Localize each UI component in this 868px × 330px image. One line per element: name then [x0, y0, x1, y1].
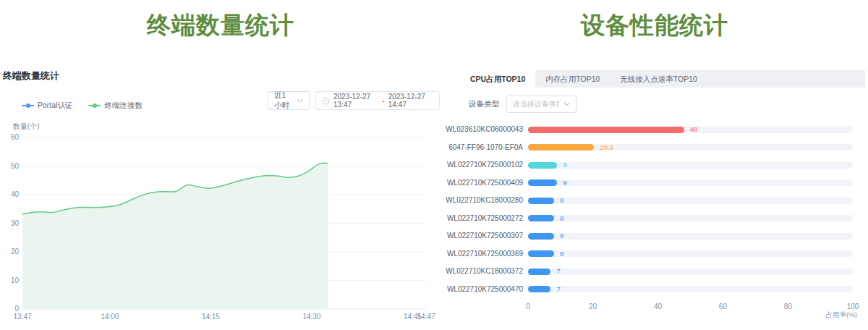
bar-value-label: 9: [563, 174, 566, 192]
bar-value-label: 7: [556, 263, 560, 280]
bar-row: WL022710K7250003698: [441, 245, 868, 263]
tab-memory-top10[interactable]: 内存占用TOP10: [535, 70, 610, 88]
bar: [528, 268, 550, 275]
tab-cpu-top10[interactable]: CPU占用TOP10: [460, 70, 535, 88]
bar-category-label: WL022710K725000307: [441, 227, 523, 245]
time-range-value: 近1小时: [274, 90, 292, 111]
date-range-end: 2023-12-27 14:47: [388, 93, 433, 109]
bar-category-label: WL022710K725000470: [441, 281, 523, 298]
bar-row: WL022710K7250004099: [441, 174, 868, 192]
bar-row: 6047-FF96-1070-EF0A20.3: [441, 139, 868, 156]
y-tick-label: 40: [11, 190, 20, 198]
bar: [528, 127, 684, 133]
date-range-picker[interactable]: 2023-12-27 13:47 - 2023-12-27 14:47: [315, 91, 440, 110]
bar-category-label: WL022710K725000102: [441, 156, 523, 174]
x-tick-label: 60: [719, 302, 727, 310]
terminal-count-area-chart: 0102030405060数量(个)13:4714:0014:1514:3014…: [0, 119, 441, 330]
bar-track: [528, 233, 853, 240]
bar-category-label: 6047-FF96-1070-EF0A: [441, 139, 523, 156]
y-tick-label: 30: [11, 219, 20, 227]
bar: [528, 162, 557, 169]
y-tick-label: 0: [14, 305, 19, 313]
x-tick-label: 14:47: [417, 313, 435, 321]
bar: [528, 215, 554, 221]
y-tick-label: 20: [11, 248, 20, 255]
bar: [528, 144, 594, 151]
bar-track: [528, 162, 853, 169]
y-axis-name: 数量(个): [12, 122, 40, 130]
device-type-label: 设备类型: [469, 99, 499, 109]
time-controls: 近1小时 2023-12-27 13:47 - 2023-12-27 14:47: [268, 91, 440, 110]
y-tick-label: 60: [11, 133, 20, 141]
bar-value-label: 8: [560, 210, 563, 227]
bar-row: WL023610KC0600004348: [441, 121, 868, 138]
chevron-down-icon: [297, 98, 303, 103]
chevron-down-icon: [563, 102, 570, 106]
bar-value-label: 7: [556, 281, 560, 298]
legend-marker: [88, 105, 101, 106]
bar-row: WL022710K7250002728: [441, 210, 868, 227]
device-type-select[interactable]: 请选择设备类型: [506, 96, 576, 113]
y-tick-label: 10: [11, 276, 20, 284]
tab-wireless-ap-rate-top10[interactable]: 无线接入点速率TOP10: [610, 70, 707, 88]
bar-track: [528, 179, 853, 186]
x-tick-label: 80: [784, 302, 792, 310]
bar-row: WL022710K7250001029: [441, 156, 868, 174]
bar-value-label: 9: [563, 156, 566, 174]
series-area: [22, 163, 328, 309]
bar: [528, 286, 550, 292]
bar-value-label: 8: [560, 227, 563, 245]
time-range-select[interactable]: 近1小时: [268, 91, 310, 110]
x-tick-label: 14:00: [101, 313, 119, 321]
bar-value-label: 20.3: [600, 139, 613, 156]
date-range-separator: -: [382, 97, 384, 105]
bar-category-label: WL023610KC06000043: [441, 121, 523, 138]
device-type-placeholder: 请选择设备类型: [513, 99, 559, 109]
bar: [528, 250, 554, 257]
bar-track: [528, 250, 853, 257]
bar: [528, 179, 557, 186]
bar-track: [528, 215, 853, 221]
x-tick-label: 14:30: [302, 313, 320, 321]
bar-category-label: WL022710K725000272: [441, 210, 523, 227]
bar-value-label: 8: [560, 192, 563, 209]
terminal-panel-title: 终端数量统计: [3, 69, 59, 82]
legend-label: Portal认证: [38, 101, 72, 111]
bar-track: [528, 144, 853, 151]
chart-legend: Portal认证终端连接数: [22, 101, 142, 111]
bar-chart-x-axis-label: 占用率(%): [826, 310, 857, 320]
x-tick-label: 0: [526, 302, 530, 310]
y-tick-label: 50: [11, 162, 20, 170]
legend-marker: [22, 105, 34, 106]
legend-item[interactable]: Portal认证: [22, 101, 72, 111]
x-tick-label: 20: [589, 302, 597, 310]
bar-category-label: WL022710K725000409: [441, 174, 523, 192]
dashboard: 终端数量统计 终端数量统计 近1小时 2023-12-27 13:47 - 20…: [0, 0, 868, 330]
performance-tabs: CPU占用TOP10内存占用TOP10无线接入点速率TOP10: [460, 70, 865, 88]
cpu-top10-bar-chart: WL023610KC06000043486047-FF96-1070-EF0A2…: [441, 121, 868, 303]
bar-category-label: WL022710KC18000372: [441, 263, 523, 280]
bar-track: [528, 286, 853, 292]
device-performance-section: 设备性能统计 CPU占用TOP10内存占用TOP10无线接入点速率TOP10 设…: [441, 0, 868, 330]
terminal-count-section: 终端数量统计 终端数量统计 近1小时 2023-12-27 13:47 - 20…: [0, 0, 441, 330]
x-tick-label: 40: [654, 302, 662, 310]
bar-chart-x-axis: 020406080100: [441, 302, 868, 313]
x-tick-label: 14:15: [202, 313, 220, 321]
x-tick-label: 100: [847, 302, 859, 310]
bar-row: WL022710K7250004707: [441, 281, 868, 298]
bar-row: WL022710KC180002808: [441, 192, 868, 209]
right-section-title: 设备性能统计: [441, 9, 868, 42]
bar-value-label: 48: [690, 121, 698, 138]
device-type-filter: 设备类型 请选择设备类型: [469, 96, 576, 113]
date-range-start: 2023-12-27 13:47: [333, 93, 378, 109]
bar-row: WL022710K7250003078: [441, 227, 868, 245]
clock-icon: [322, 97, 330, 105]
bar-category-label: WL022710KC18000280: [441, 192, 523, 209]
bar: [528, 198, 554, 204]
bar: [528, 233, 554, 240]
legend-item[interactable]: 终端连接数: [88, 101, 142, 111]
left-section-title: 终端数量统计: [0, 9, 441, 42]
bar-value-label: 8: [560, 245, 563, 263]
legend-label: 终端连接数: [104, 101, 142, 111]
bar-row: WL022710KC180003727: [441, 263, 868, 280]
